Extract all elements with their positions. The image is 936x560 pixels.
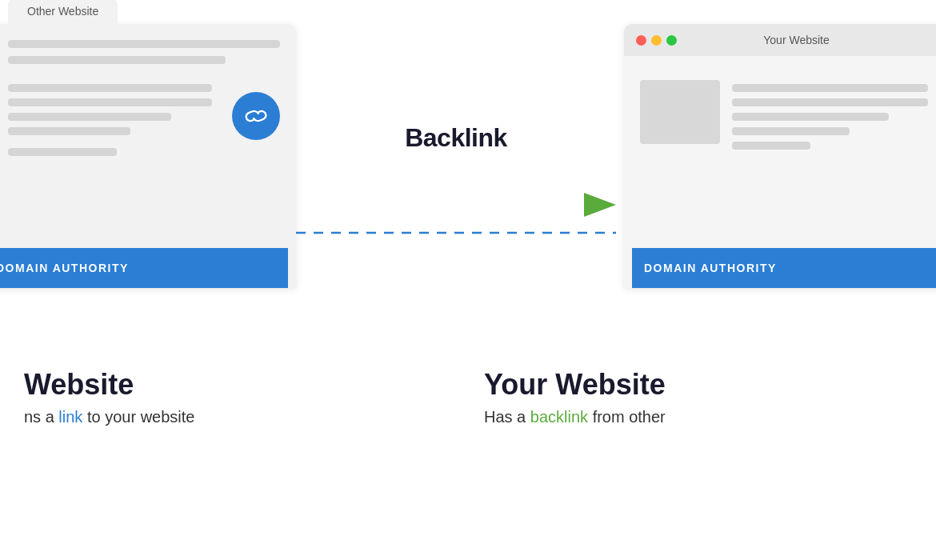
backlink-arrow [272,185,640,225]
backlink-label: Backlink [405,123,507,153]
bottom-left-description: ns a link to your website [24,408,468,426]
bottom-left-desc-suffix: to your website [82,408,194,426]
bottom-right-title-text: Your Website [484,368,666,401]
bottom-right-desc-suffix: from other [588,408,666,426]
left-browser-content [0,24,296,172]
traffic-lights [636,35,677,46]
traffic-light-red [636,35,646,46]
content-line-1 [8,40,280,48]
bottom-right: Your Website Has a backlink from other [468,368,920,426]
domain-authority-right-text: DOMAIN AUTHORITY [644,262,777,274]
right-browser-window: Your Website DOMAIN AUTHORITY [624,24,936,288]
right-thumbnail [640,80,720,144]
arrow-container [272,185,640,245]
domain-bar-left: DOMAIN AUTHORITY [0,248,288,288]
domain-bar-right: DOMAIN AUTHORITY [632,248,936,288]
text-line-2 [8,98,212,106]
text-line-1 [8,84,212,92]
bottom-right-link-word: backlink [530,408,588,426]
center-area: Backlink [272,24,640,344]
bottom-right-desc-prefix: Has a [484,408,530,426]
right-text-line-4 [732,127,850,135]
right-text-line-1 [732,84,928,92]
content-line-2 [8,56,226,64]
traffic-light-yellow [651,35,662,46]
right-tab-label: Your Website [701,34,892,46]
right-text-line-5 [732,142,810,150]
right-browser-content [624,64,936,166]
right-text-line-2 [732,98,928,106]
traffic-light-green [666,35,677,46]
top-section: Other Website [0,0,936,344]
text-line-3 [8,113,171,121]
bottom-left: Website ns a link to your website [16,368,468,426]
bottom-section: Website ns a link to your website Your W… [0,344,936,426]
dashed-line [272,221,640,245]
right-browser-titlebar: Your Website [624,24,936,56]
left-content-area [8,80,280,140]
main-container: Other Website [0,0,936,560]
bottom-left-desc-prefix: ns a [24,408,58,426]
chain-link-icon [242,102,270,130]
bottom-right-description: Has a backlink from other [484,408,920,426]
bottom-left-title-text: Website [24,368,134,401]
left-browser-window: Other Website [0,24,296,288]
svg-marker-1 [584,193,616,217]
right-text-lines [732,80,928,150]
text-line-4 [8,127,130,135]
left-text-lines [8,80,212,140]
bottom-left-title: Website [24,368,468,402]
bottom-left-link-word: link [58,408,82,426]
right-text-line-3 [732,113,889,121]
left-tab-label: Other Website [27,5,98,18]
domain-authority-left-text: DOMAIN AUTHORITY [0,262,129,274]
left-browser-tab: Other Website [8,0,118,24]
content-line-bottom [8,148,117,156]
bottom-right-title: Your Website [484,368,920,402]
